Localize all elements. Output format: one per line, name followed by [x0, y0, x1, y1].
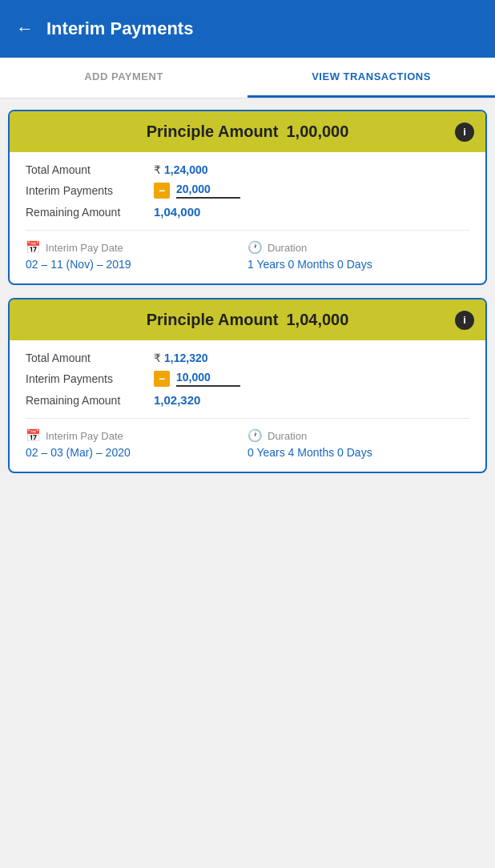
- date-col-2: 📅 Interim Pay Date 02 – 03 (Mar) – 2020: [26, 428, 248, 459]
- duration-label-2: 🕐 Duration: [248, 428, 469, 443]
- remaining-amount-row-1: Remaining Amount 1,04,000: [26, 205, 469, 219]
- date-label-1: 📅 Interim Pay Date: [26, 240, 248, 255]
- rupee-icon-1: ₹: [154, 163, 161, 176]
- meta-row-1: 📅 Interim Pay Date 02 – 11 (Nov) – 2019 …: [26, 240, 469, 271]
- principle-label-2: Principle Amount: [147, 311, 279, 329]
- duration-col-1: 🕐 Duration 1 Years 0 Months 0 Days: [248, 240, 469, 271]
- total-amount-row-1: Total Amount ₹ 1,24,000: [26, 163, 469, 176]
- card-header-1: Principle Amount 1,00,000 i: [10, 111, 485, 152]
- date-value-1: 02 – 11 (Nov) – 2019: [26, 258, 248, 271]
- duration-value-1: 1 Years 0 Months 0 Days: [248, 258, 469, 271]
- total-amount-label-1: Total Amount: [26, 163, 154, 176]
- payment-card-2: Principle Amount 1,04,000 i Total Amount…: [8, 298, 487, 473]
- duration-value-2: 0 Years 4 Months 0 Days: [248, 446, 469, 459]
- principle-label-1: Principle Amount: [147, 123, 279, 141]
- principle-amount-2: 1,04,000: [286, 311, 348, 329]
- clock-icon-1: 🕐: [248, 240, 263, 255]
- remaining-amount-row-2: Remaining Amount 1,02,320: [26, 393, 469, 407]
- info-icon-2[interactable]: i: [455, 311, 474, 330]
- remaining-label-2: Remaining Amount: [26, 394, 154, 407]
- calendar-icon-2: 📅: [26, 428, 41, 443]
- clock-icon-2: 🕐: [248, 428, 263, 443]
- interim-value-1: 20,000: [176, 183, 240, 199]
- tab-view-transactions[interactable]: VIEW TRANSACTIONS: [248, 58, 495, 98]
- card-header-2: Principle Amount 1,04,000 i: [10, 299, 485, 340]
- total-amount-row-2: Total Amount ₹ 1,12,320: [26, 352, 469, 364]
- interim-value-2: 10,000: [176, 371, 240, 387]
- divider-2: [26, 418, 469, 419]
- total-amount-label-2: Total Amount: [26, 352, 154, 364]
- payment-card-1: Principle Amount 1,00,000 i Total Amount…: [8, 110, 487, 285]
- interim-payments-row-1: Interim Payments − 20,000: [26, 183, 469, 199]
- interim-label-1: Interim Payments: [26, 184, 154, 197]
- remaining-value-1: 1,04,000: [154, 205, 200, 219]
- remaining-value-2: 1,02,320: [154, 393, 200, 407]
- interim-label-2: Interim Payments: [26, 372, 154, 385]
- principle-amount-1: 1,00,000: [286, 123, 348, 141]
- back-button[interactable]: ←: [16, 20, 34, 38]
- main-content: Principle Amount 1,00,000 i Total Amount…: [0, 98, 495, 866]
- card-body-1: Total Amount ₹ 1,24,000 Interim Payments…: [10, 152, 485, 283]
- interim-payments-row-2: Interim Payments − 10,000: [26, 371, 469, 387]
- minus-icon-2: −: [154, 371, 170, 387]
- minus-icon-1: −: [154, 183, 170, 199]
- card-body-2: Total Amount ₹ 1,12,320 Interim Payments…: [10, 340, 485, 472]
- tab-bar: ADD PAYMENT VIEW TRANSACTIONS: [0, 58, 495, 98]
- divider-1: [26, 230, 469, 231]
- total-amount-value-1: 1,24,000: [164, 163, 208, 176]
- tab-add-payment[interactable]: ADD PAYMENT: [0, 58, 248, 98]
- calendar-icon-1: 📅: [26, 240, 41, 255]
- date-label-2: 📅 Interim Pay Date: [26, 428, 248, 443]
- duration-col-2: 🕐 Duration 0 Years 4 Months 0 Days: [248, 428, 469, 459]
- meta-row-2: 📅 Interim Pay Date 02 – 03 (Mar) – 2020 …: [26, 428, 469, 459]
- remaining-label-1: Remaining Amount: [26, 206, 154, 219]
- app-header: ← Interim Payments: [0, 0, 495, 58]
- page-title: Interim Payments: [46, 18, 193, 39]
- info-icon-1[interactable]: i: [455, 123, 474, 142]
- rupee-icon-2: ₹: [154, 352, 161, 364]
- date-col-1: 📅 Interim Pay Date 02 – 11 (Nov) – 2019: [26, 240, 248, 271]
- date-value-2: 02 – 03 (Mar) – 2020: [26, 446, 248, 459]
- total-amount-value-2: 1,12,320: [164, 352, 208, 364]
- duration-label-1: 🕐 Duration: [248, 240, 469, 255]
